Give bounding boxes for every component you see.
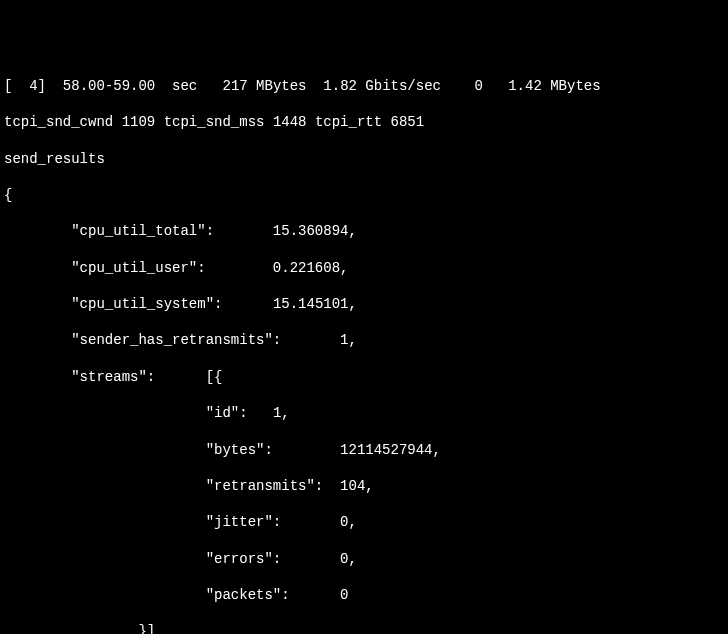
cpu-util-user-send: "cpu_util_user": 0.221608, — [4, 259, 724, 277]
send-results-label: send_results — [4, 150, 724, 168]
stream-retransmits-send: "retransmits": 104, — [4, 477, 724, 495]
sender-retransmits-send: "sender_has_retransmits": 1, — [4, 331, 724, 349]
cpu-util-total-send: "cpu_util_total": 15.360894, — [4, 222, 724, 240]
stream-jitter-send: "jitter": 0, — [4, 513, 724, 531]
stream-id-send: "id": 1, — [4, 404, 724, 422]
stream-errors-send: "errors": 0, — [4, 550, 724, 568]
stream-packets-send: "packets": 0 — [4, 586, 724, 604]
streams-open-send: "streams": [{ — [4, 368, 724, 386]
cpu-util-system-send: "cpu_util_system": 15.145101, — [4, 295, 724, 313]
open-brace: { — [4, 186, 724, 204]
interval-line-1: [ 4] 58.00-59.00 sec 217 MBytes 1.82 Gbi… — [4, 77, 724, 95]
stream-bytes-send: "bytes": 12114527944, — [4, 441, 724, 459]
tcp-info-line: tcpi_snd_cwnd 1109 tcpi_snd_mss 1448 tcp… — [4, 113, 724, 131]
streams-close-send: }] — [4, 622, 724, 634]
